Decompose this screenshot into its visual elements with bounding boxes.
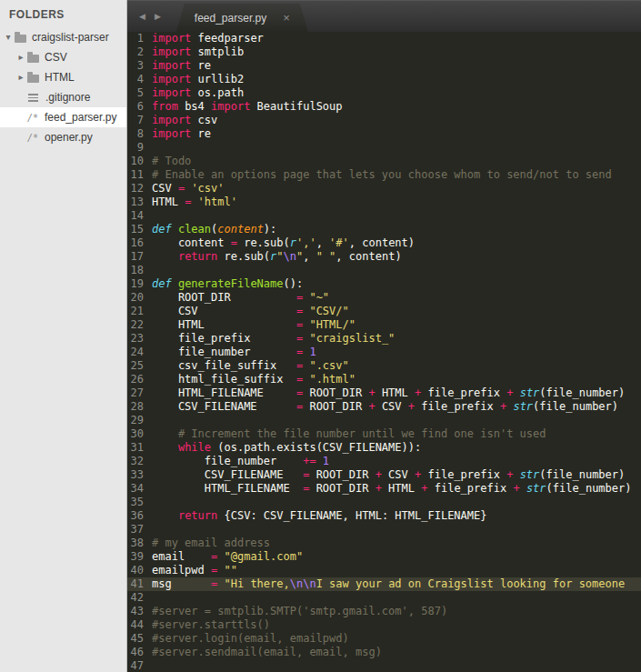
- code-line-42[interactable]: 42: [127, 591, 641, 605]
- code-line-37[interactable]: 37: [127, 523, 641, 537]
- code-line-28[interactable]: 28 CSV_FILENAME = ROOT_DIR + CSV + file_…: [127, 400, 641, 414]
- line-number: 25: [127, 359, 152, 373]
- code-line-10[interactable]: 10# Todo: [127, 155, 641, 168]
- code-line-20[interactable]: 20 ROOT_DIR = "~": [127, 291, 641, 305]
- code-line-22[interactable]: 22 HTML = "HTML/": [127, 318, 641, 332]
- code-line-32[interactable]: 32 file_number += 1: [127, 455, 641, 468]
- sidebar-item-csv[interactable]: ▸CSV: [0, 47, 126, 67]
- line-number: 1: [127, 32, 152, 45]
- code-line-25[interactable]: 25 csv_file_suffix = ".csv": [127, 359, 641, 373]
- code-line-45[interactable]: 45#server.login(email, emailpwd): [127, 632, 641, 646]
- code-line-30[interactable]: 30 # Increment the file number until we …: [127, 427, 641, 441]
- code-line-18[interactable]: 18: [127, 264, 641, 277]
- line-number: 35: [127, 496, 152, 509]
- code-line-16[interactable]: 16 content = re.sub(r',', '#', content): [127, 236, 641, 250]
- code-line-14[interactable]: 14: [127, 209, 641, 223]
- code-text: [152, 523, 641, 537]
- code-line-9[interactable]: 9: [127, 141, 641, 155]
- code-text: import csv: [152, 114, 641, 127]
- code-line-40[interactable]: 40emailpwd = "": [127, 564, 641, 577]
- code-line-2[interactable]: 2import smtplib: [127, 45, 641, 59]
- file-label: HTML: [45, 71, 75, 84]
- sidebar-item-craigslist-parser[interactable]: ▾craigslist-parser: [0, 27, 126, 47]
- code-text: import urllib2: [152, 73, 641, 86]
- code-line-43[interactable]: 43#server = smtplib.SMTP('smtp.gmail.com…: [127, 605, 641, 618]
- code-line-34[interactable]: 34 HTML_FILENAME = ROOT_DIR + HTML + fil…: [127, 482, 641, 496]
- sidebar-item-feed-parser-py[interactable]: /*feed_parser.py: [0, 107, 126, 127]
- line-number: 37: [127, 523, 152, 537]
- file-label: CSV: [45, 51, 67, 64]
- sidebar-item-gitignore[interactable]: .gitignore: [0, 87, 126, 107]
- code-line-38[interactable]: 38# my email address: [127, 537, 641, 550]
- line-number: 6: [127, 100, 152, 114]
- sidebar-item-html[interactable]: ▸HTML: [0, 67, 126, 87]
- code-text: [152, 414, 641, 427]
- code-text: import os.path: [152, 86, 641, 100]
- code-text: # my email address: [152, 537, 641, 550]
- code-line-7[interactable]: 7import csv: [127, 114, 641, 127]
- code-line-11[interactable]: 11# Enable an options page that lets you…: [127, 168, 641, 182]
- code-line-26[interactable]: 26 html_file_suffix = ".html": [127, 373, 641, 386]
- code-line-27[interactable]: 27 HTML_FILENAME = ROOT_DIR + HTML + fil…: [127, 386, 641, 400]
- code-text: def generateFileName():: [152, 277, 641, 291]
- code-line-5[interactable]: 5import os.path: [127, 86, 641, 100]
- code-line-44[interactable]: 44#server.starttls(): [127, 618, 641, 632]
- code-line-36[interactable]: 36 return {CSV: CSV_FILENAME, HTML: HTML…: [127, 509, 641, 523]
- line-number: 24: [127, 346, 152, 359]
- line-number: 31: [127, 441, 152, 455]
- code-line-24[interactable]: 24 file_number = 1: [127, 346, 641, 359]
- code-line-21[interactable]: 21 CSV = "CSV/": [127, 305, 641, 318]
- code-line-3[interactable]: 3import re: [127, 59, 641, 73]
- line-number: 7: [127, 114, 152, 127]
- code-text: import feedparser: [152, 32, 641, 45]
- file-tree: ▾craigslist-parser▸CSV▸HTML.gitignore/*f…: [0, 27, 126, 147]
- code-line-12[interactable]: 12CSV = 'csv': [127, 182, 641, 196]
- code-text: csv_file_suffix = ".csv": [152, 359, 641, 373]
- line-number: 2: [127, 45, 152, 59]
- code-line-39[interactable]: 39email = "@gmail.com": [127, 550, 641, 564]
- line-number: 12: [127, 182, 152, 196]
- code-editor[interactable]: 1import feedparser2import smtplib3import…: [127, 32, 641, 672]
- code-line-31[interactable]: 31 while (os.path.exists(CSV_FILENAME)):: [127, 441, 641, 455]
- nav-forward-icon[interactable]: ▶: [150, 12, 165, 21]
- code-text: #server.sendmail(email, email, msg): [152, 646, 641, 659]
- disclosure-closed-icon[interactable]: ▸: [15, 67, 27, 87]
- tab-close-icon[interactable]: ×: [283, 12, 290, 24]
- code-line-29[interactable]: 29: [127, 414, 641, 427]
- sidebar: FOLDERS ▾craigslist-parser▸CSV▸HTML.giti…: [0, 0, 127, 672]
- code-text: [152, 264, 641, 277]
- file-label: opener.py: [45, 131, 93, 144]
- disclosure-open-icon[interactable]: ▾: [2, 27, 15, 47]
- code-line-6[interactable]: 6from bs4 import BeautifulSoup: [127, 100, 641, 114]
- line-number: 18: [127, 264, 152, 277]
- code-line-4[interactable]: 4import urllib2: [127, 73, 641, 86]
- code-line-8[interactable]: 8import re: [127, 127, 641, 141]
- tab-title: feed_parser.py: [195, 12, 266, 25]
- code-line-1[interactable]: 1import feedparser: [127, 32, 641, 45]
- line-number: 15: [127, 223, 152, 236]
- code-line-23[interactable]: 23 file_prefix = "craigslist_": [127, 332, 641, 346]
- code-line-41[interactable]: 41msg = "Hi there,\n\nI saw your ad on C…: [127, 577, 641, 591]
- code-text: import re: [152, 59, 641, 73]
- code-line-13[interactable]: 13HTML = 'html': [127, 196, 641, 209]
- nav-back-icon[interactable]: ◀: [135, 12, 150, 21]
- sidebar-item-opener-py[interactable]: /*opener.py: [0, 127, 126, 147]
- tab-feed-parser[interactable]: feed_parser.py ×: [176, 4, 308, 32]
- code-line-33[interactable]: 33 CSV_FILENAME = ROOT_DIR + CSV + file_…: [127, 468, 641, 482]
- line-number: 3: [127, 59, 152, 73]
- sublime-window: FOLDERS ▾craigslist-parser▸CSV▸HTML.giti…: [0, 0, 641, 672]
- code-line-15[interactable]: 15def clean(content):: [127, 223, 641, 236]
- line-number: 41: [127, 577, 152, 591]
- code-text: [152, 209, 641, 223]
- main-area: ◀ ▶ feed_parser.py × 1import feedparser2…: [127, 0, 641, 672]
- code-file-icon: /*: [27, 133, 39, 143]
- code-line-17[interactable]: 17 return re.sub(r"\n", " ", content): [127, 250, 641, 264]
- code-line-46[interactable]: 46#server.sendmail(email, email, msg): [127, 646, 641, 659]
- disclosure-closed-icon[interactable]: ▸: [15, 47, 27, 67]
- code-line-19[interactable]: 19def generateFileName():: [127, 277, 641, 291]
- line-number: 5: [127, 86, 152, 100]
- code-line-35[interactable]: 35: [127, 496, 641, 509]
- folder-icon: [15, 35, 26, 43]
- line-number: 46: [127, 646, 152, 659]
- code-line-47[interactable]: 47: [127, 659, 641, 672]
